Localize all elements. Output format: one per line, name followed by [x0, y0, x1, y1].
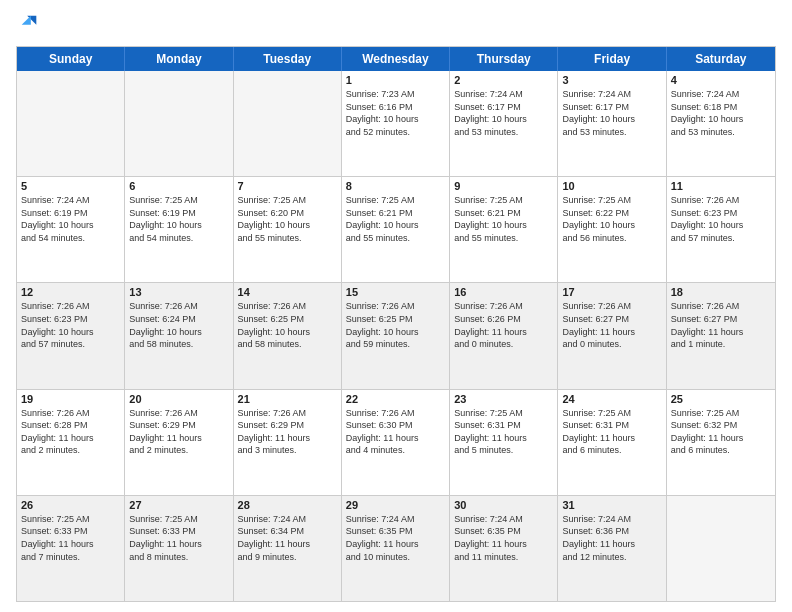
day-number: 6	[129, 180, 228, 192]
day-info: Sunrise: 7:24 AMSunset: 6:35 PMDaylight:…	[346, 513, 445, 563]
day-info: Sunrise: 7:24 AMSunset: 6:36 PMDaylight:…	[562, 513, 661, 563]
calendar-cell-0-0	[17, 71, 125, 176]
weekday-header-monday: Monday	[125, 47, 233, 71]
day-number: 3	[562, 74, 661, 86]
day-info: Sunrise: 7:26 AMSunset: 6:23 PMDaylight:…	[21, 300, 120, 350]
day-info: Sunrise: 7:26 AMSunset: 6:30 PMDaylight:…	[346, 407, 445, 457]
day-number: 13	[129, 286, 228, 298]
day-number: 16	[454, 286, 553, 298]
calendar-cell-1-4: 9Sunrise: 7:25 AMSunset: 6:21 PMDaylight…	[450, 177, 558, 282]
day-info: Sunrise: 7:26 AMSunset: 6:29 PMDaylight:…	[129, 407, 228, 457]
weekday-header-tuesday: Tuesday	[234, 47, 342, 71]
calendar-cell-0-6: 4Sunrise: 7:24 AMSunset: 6:18 PMDaylight…	[667, 71, 775, 176]
calendar-cell-0-3: 1Sunrise: 7:23 AMSunset: 6:16 PMDaylight…	[342, 71, 450, 176]
calendar-cell-3-6: 25Sunrise: 7:25 AMSunset: 6:32 PMDayligh…	[667, 390, 775, 495]
calendar-cell-4-3: 29Sunrise: 7:24 AMSunset: 6:35 PMDayligh…	[342, 496, 450, 601]
day-number: 17	[562, 286, 661, 298]
calendar-row-2: 12Sunrise: 7:26 AMSunset: 6:23 PMDayligh…	[17, 282, 775, 388]
day-info: Sunrise: 7:25 AMSunset: 6:32 PMDaylight:…	[671, 407, 771, 457]
calendar-cell-2-5: 17Sunrise: 7:26 AMSunset: 6:27 PMDayligh…	[558, 283, 666, 388]
day-number: 27	[129, 499, 228, 511]
day-info: Sunrise: 7:25 AMSunset: 6:22 PMDaylight:…	[562, 194, 661, 244]
weekday-header-wednesday: Wednesday	[342, 47, 450, 71]
day-number: 1	[346, 74, 445, 86]
calendar-cell-1-6: 11Sunrise: 7:26 AMSunset: 6:23 PMDayligh…	[667, 177, 775, 282]
calendar-cell-2-1: 13Sunrise: 7:26 AMSunset: 6:24 PMDayligh…	[125, 283, 233, 388]
calendar-cell-0-2	[234, 71, 342, 176]
calendar-row-3: 19Sunrise: 7:26 AMSunset: 6:28 PMDayligh…	[17, 389, 775, 495]
calendar-cell-0-5: 3Sunrise: 7:24 AMSunset: 6:17 PMDaylight…	[558, 71, 666, 176]
logo	[16, 12, 40, 38]
calendar-cell-0-4: 2Sunrise: 7:24 AMSunset: 6:17 PMDaylight…	[450, 71, 558, 176]
day-info: Sunrise: 7:24 AMSunset: 6:34 PMDaylight:…	[238, 513, 337, 563]
calendar-cell-2-4: 16Sunrise: 7:26 AMSunset: 6:26 PMDayligh…	[450, 283, 558, 388]
calendar-cell-3-3: 22Sunrise: 7:26 AMSunset: 6:30 PMDayligh…	[342, 390, 450, 495]
day-info: Sunrise: 7:25 AMSunset: 6:31 PMDaylight:…	[454, 407, 553, 457]
day-info: Sunrise: 7:25 AMSunset: 6:20 PMDaylight:…	[238, 194, 337, 244]
day-info: Sunrise: 7:26 AMSunset: 6:27 PMDaylight:…	[671, 300, 771, 350]
weekday-header-thursday: Thursday	[450, 47, 558, 71]
day-number: 29	[346, 499, 445, 511]
day-info: Sunrise: 7:26 AMSunset: 6:28 PMDaylight:…	[21, 407, 120, 457]
day-number: 20	[129, 393, 228, 405]
calendar-header: SundayMondayTuesdayWednesdayThursdayFrid…	[17, 47, 775, 71]
day-info: Sunrise: 7:25 AMSunset: 6:19 PMDaylight:…	[129, 194, 228, 244]
calendar-cell-2-0: 12Sunrise: 7:26 AMSunset: 6:23 PMDayligh…	[17, 283, 125, 388]
day-number: 11	[671, 180, 771, 192]
header	[16, 12, 776, 38]
day-number: 7	[238, 180, 337, 192]
calendar-cell-4-2: 28Sunrise: 7:24 AMSunset: 6:34 PMDayligh…	[234, 496, 342, 601]
day-info: Sunrise: 7:25 AMSunset: 6:21 PMDaylight:…	[346, 194, 445, 244]
calendar-body: 1Sunrise: 7:23 AMSunset: 6:16 PMDaylight…	[17, 71, 775, 601]
calendar-cell-3-4: 23Sunrise: 7:25 AMSunset: 6:31 PMDayligh…	[450, 390, 558, 495]
day-number: 23	[454, 393, 553, 405]
calendar-cell-4-4: 30Sunrise: 7:24 AMSunset: 6:35 PMDayligh…	[450, 496, 558, 601]
calendar-row-4: 26Sunrise: 7:25 AMSunset: 6:33 PMDayligh…	[17, 495, 775, 601]
day-info: Sunrise: 7:25 AMSunset: 6:33 PMDaylight:…	[129, 513, 228, 563]
day-info: Sunrise: 7:23 AMSunset: 6:16 PMDaylight:…	[346, 88, 445, 138]
day-info: Sunrise: 7:26 AMSunset: 6:24 PMDaylight:…	[129, 300, 228, 350]
calendar-cell-3-0: 19Sunrise: 7:26 AMSunset: 6:28 PMDayligh…	[17, 390, 125, 495]
day-number: 25	[671, 393, 771, 405]
day-info: Sunrise: 7:25 AMSunset: 6:33 PMDaylight:…	[21, 513, 120, 563]
calendar-cell-4-6	[667, 496, 775, 601]
calendar-cell-2-6: 18Sunrise: 7:26 AMSunset: 6:27 PMDayligh…	[667, 283, 775, 388]
day-number: 28	[238, 499, 337, 511]
page: SundayMondayTuesdayWednesdayThursdayFrid…	[0, 0, 792, 612]
day-number: 2	[454, 74, 553, 86]
day-info: Sunrise: 7:26 AMSunset: 6:26 PMDaylight:…	[454, 300, 553, 350]
day-info: Sunrise: 7:24 AMSunset: 6:35 PMDaylight:…	[454, 513, 553, 563]
calendar-cell-3-2: 21Sunrise: 7:26 AMSunset: 6:29 PMDayligh…	[234, 390, 342, 495]
day-number: 26	[21, 499, 120, 511]
day-number: 5	[21, 180, 120, 192]
day-info: Sunrise: 7:24 AMSunset: 6:17 PMDaylight:…	[454, 88, 553, 138]
day-number: 18	[671, 286, 771, 298]
calendar-cell-0-1	[125, 71, 233, 176]
weekday-header-saturday: Saturday	[667, 47, 775, 71]
calendar: SundayMondayTuesdayWednesdayThursdayFrid…	[16, 46, 776, 602]
day-number: 12	[21, 286, 120, 298]
calendar-cell-4-0: 26Sunrise: 7:25 AMSunset: 6:33 PMDayligh…	[17, 496, 125, 601]
logo-icon	[18, 12, 40, 34]
calendar-row-1: 5Sunrise: 7:24 AMSunset: 6:19 PMDaylight…	[17, 176, 775, 282]
day-info: Sunrise: 7:26 AMSunset: 6:25 PMDaylight:…	[238, 300, 337, 350]
day-number: 21	[238, 393, 337, 405]
calendar-cell-2-3: 15Sunrise: 7:26 AMSunset: 6:25 PMDayligh…	[342, 283, 450, 388]
day-info: Sunrise: 7:26 AMSunset: 6:25 PMDaylight:…	[346, 300, 445, 350]
day-info: Sunrise: 7:26 AMSunset: 6:27 PMDaylight:…	[562, 300, 661, 350]
calendar-cell-2-2: 14Sunrise: 7:26 AMSunset: 6:25 PMDayligh…	[234, 283, 342, 388]
day-number: 19	[21, 393, 120, 405]
calendar-row-0: 1Sunrise: 7:23 AMSunset: 6:16 PMDaylight…	[17, 71, 775, 176]
calendar-cell-1-1: 6Sunrise: 7:25 AMSunset: 6:19 PMDaylight…	[125, 177, 233, 282]
day-info: Sunrise: 7:25 AMSunset: 6:21 PMDaylight:…	[454, 194, 553, 244]
day-number: 10	[562, 180, 661, 192]
day-number: 9	[454, 180, 553, 192]
day-info: Sunrise: 7:24 AMSunset: 6:17 PMDaylight:…	[562, 88, 661, 138]
day-number: 31	[562, 499, 661, 511]
day-info: Sunrise: 7:26 AMSunset: 6:23 PMDaylight:…	[671, 194, 771, 244]
calendar-cell-3-5: 24Sunrise: 7:25 AMSunset: 6:31 PMDayligh…	[558, 390, 666, 495]
calendar-cell-1-0: 5Sunrise: 7:24 AMSunset: 6:19 PMDaylight…	[17, 177, 125, 282]
day-info: Sunrise: 7:24 AMSunset: 6:18 PMDaylight:…	[671, 88, 771, 138]
calendar-cell-1-2: 7Sunrise: 7:25 AMSunset: 6:20 PMDaylight…	[234, 177, 342, 282]
calendar-cell-3-1: 20Sunrise: 7:26 AMSunset: 6:29 PMDayligh…	[125, 390, 233, 495]
